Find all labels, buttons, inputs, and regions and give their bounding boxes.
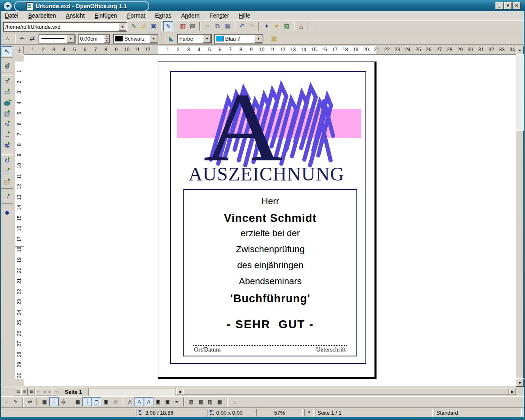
zoom-tool[interactable]: ⊕ (2, 62, 12, 71)
paste-icon[interactable]: ▦ (222, 21, 232, 31)
horizontal-ruler[interactable]: 1211109876543211234567891011121314151617… (24, 46, 516, 55)
scroll-up-button[interactable]: ▲ (516, 46, 524, 54)
tab-seite-1[interactable]: Seite 1 (57, 388, 89, 396)
snap-to-object-points-icon[interactable]: ◇ (111, 397, 120, 406)
line-width-up-button[interactable]: ▲ (104, 35, 110, 39)
effects-3d-tool[interactable]: ◆ (2, 208, 12, 217)
certificate-line-7[interactable]: 'Buchführung' (184, 291, 356, 306)
window-border-bottom[interactable] (0, 417, 525, 420)
title-bar[interactable]: Urkunde.sxd - OpenOffice.org 1.1 _ ▼ ✕ (0, 0, 525, 11)
ruler-origin-box[interactable]: ┼ (15, 46, 24, 54)
fill-type-value[interactable]: Farbe (178, 36, 203, 42)
scroll-down-button[interactable]: ▼ (516, 379, 524, 387)
double-click-edit-text-icon[interactable]: A (144, 397, 153, 406)
menu-extras[interactable]: Extras (150, 11, 176, 20)
menu-hilfe[interactable]: Hilfe (234, 11, 255, 20)
open-icon[interactable]: ▱ (139, 21, 148, 31)
vertical-scrollbar[interactable] (516, 54, 524, 379)
picture-placeholder-icon[interactable]: ▨ (187, 397, 196, 406)
menu-einfgen[interactable]: Einfügen (89, 11, 122, 20)
text-tool[interactable]: T (2, 77, 12, 87)
layer-view-button[interactable]: ▦ (28, 388, 34, 395)
rectangle-tool[interactable]: ▭ (2, 87, 12, 97)
shade-button[interactable]: ▼ (504, 2, 512, 9)
text-placeholder-icon[interactable]: ▧ (205, 397, 215, 406)
close-button[interactable]: ✕ (513, 2, 520, 9)
horizontal-scroll-thumb[interactable] (183, 388, 509, 395)
certificate-line-8[interactable]: - SEHR GUT - (184, 317, 356, 332)
certificate-line-1[interactable]: Herr (184, 195, 356, 208)
line-color-dropdown[interactable]: ▼ (150, 35, 158, 43)
line-color-select[interactable]: Schwarz ▼ (113, 34, 158, 43)
modify-with-attributes-icon[interactable]: ✒ (172, 397, 182, 406)
edit-points-icon[interactable]: ∴ (2, 34, 12, 43)
snap-to-object-border-icon[interactable]: ▣ (101, 397, 111, 406)
ellipse-tool[interactable]: ⬤ (0, 98, 15, 108)
guides-to-front-icon[interactable]: ╬ (59, 397, 68, 406)
line-style-select[interactable]: ▼ (39, 34, 75, 43)
fill-color-select[interactable]: Blau 7 ▼ (214, 34, 263, 43)
arrange-tool[interactable]: ▤ (2, 177, 12, 187)
menu-format[interactable]: Format (122, 11, 150, 20)
master-view-button[interactable]: ▥ (21, 388, 28, 395)
insert-tool[interactable]: ◔ (2, 192, 12, 202)
curve-tool[interactable]: ∿ (2, 119, 12, 129)
snap-to-page-margins-icon[interactable]: ▢ (92, 397, 101, 406)
display-grid-icon[interactable]: ▦ (40, 397, 49, 406)
award-title[interactable]: AUSZEICHNUNG (158, 163, 374, 185)
snap-to-grid-icon[interactable]: ▦ (73, 397, 82, 406)
select-tool[interactable]: ↖ (2, 46, 12, 56)
scroll-right-button[interactable]: ▶ (509, 388, 516, 395)
url-combobox[interactable]: /home/rolf/Urkunde.sxd ▼ (3, 22, 127, 32)
menu-datei[interactable]: Datei (0, 11, 23, 20)
new-document-icon[interactable]: ✎ (129, 21, 139, 31)
url-value[interactable]: /home/rolf/Urkunde.sxd (4, 24, 119, 30)
quick-edit-icon[interactable]: A (125, 397, 135, 406)
fill-color-dropdown[interactable]: ▼ (255, 35, 262, 43)
horizontal-scrollbar[interactable] (183, 388, 509, 395)
gallery-icon[interactable]: ▧ (281, 21, 291, 31)
undo-icon[interactable]: ↶ (237, 21, 247, 31)
print-icon[interactable]: ▤ (188, 21, 198, 31)
line-style-dropdown[interactable]: ▼ (67, 35, 75, 43)
line-contour-only-icon[interactable]: ▦ (215, 397, 224, 406)
connector-tool[interactable]: ↹ (2, 141, 12, 151)
menu-ansicht[interactable]: Ansicht (61, 11, 89, 20)
certificate-line-5[interactable]: des einjähringen (184, 259, 356, 272)
vertical-scroll-thumb[interactable] (516, 130, 524, 378)
rotate-tool[interactable]: ↻ (2, 156, 12, 166)
certificate-line-6[interactable]: Abendseminars (184, 275, 356, 288)
alignment-tool[interactable]: ≡ (2, 167, 12, 176)
shadow-icon[interactable]: ▩ (269, 34, 279, 43)
line-width-value[interactable]: 0,00cm (78, 36, 104, 42)
line-width-down-button[interactable]: ▼ (104, 39, 110, 43)
status-style-panel[interactable]: Standard (434, 409, 522, 416)
edit-points-icon[interactable]: ∴ (2, 397, 11, 406)
minimize-button[interactable]: _ (495, 2, 503, 9)
display-snap-lines-icon[interactable]: ┼ (49, 397, 59, 406)
export-pdf-icon[interactable]: ▥ (178, 21, 188, 31)
status-zoom-panel[interactable]: 57% (256, 409, 303, 416)
menu-ndern[interactable]: Ändern (176, 11, 205, 20)
save-icon[interactable]: ▣ (148, 21, 158, 31)
certificate-line-2[interactable]: Vincent Schmidt (184, 211, 356, 225)
page-view-button[interactable]: ▤ (15, 388, 21, 395)
edit-file-icon[interactable]: ✎ (163, 21, 173, 31)
line-width-field[interactable]: 0,00cm ▲ ▼ (78, 34, 110, 43)
certificate-line-3[interactable]: erzielte bei der (184, 227, 356, 240)
snap-to-snap-lines-icon[interactable]: ┼ (82, 397, 92, 406)
autopilot-icon[interactable]: ✶ (272, 21, 281, 31)
status-modified-panel[interactable]: * (304, 409, 314, 416)
contour-placeholder-icon[interactable]: ▩ (196, 397, 205, 406)
certificate-text-box[interactable]: Ort/Datum Unterschrift HerrVincent Schmi… (183, 189, 357, 356)
copy-icon[interactable]: ⧉ (212, 21, 222, 31)
area-fill-icon[interactable]: ◣ (167, 34, 176, 43)
status-size-panel[interactable]: 0,00 x 0,00 (208, 409, 255, 416)
status-position-panel[interactable]: 3,08 / 18,86 (137, 409, 206, 416)
menu-bearbeiten[interactable]: Bearbeiten (23, 11, 61, 20)
document-page[interactable]: A AUSZEICHNUNG Ort/Datum Unterschrift He… (158, 62, 377, 379)
status-page-panel[interactable]: Seite 1 / 1 (315, 409, 433, 416)
vertical-ruler[interactable]: 1234567891011121314151617181920212223242… (15, 55, 24, 386)
menu-fenster[interactable]: Fenster (205, 11, 234, 20)
pen-icon[interactable]: ✒ (17, 34, 27, 43)
